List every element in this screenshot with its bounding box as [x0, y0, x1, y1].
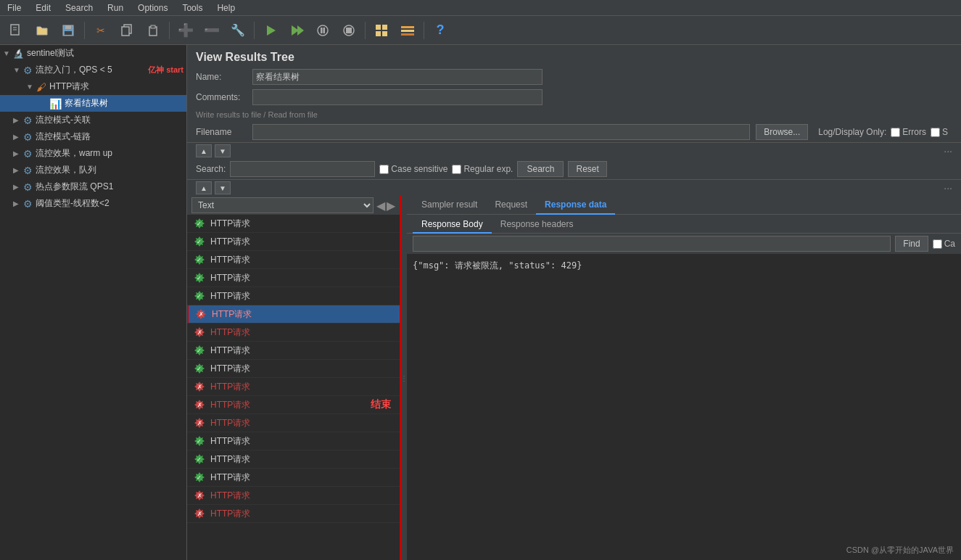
sidebar-item-flow1[interactable]: ▼ ⚙ 流控入门，QPS < 5 亿神 start: [0, 62, 186, 78]
sidebar-item-flow7[interactable]: ▶ ⚙ 阈值类型-线程数<2: [0, 195, 186, 212]
vertical-divider[interactable]: ⋮: [401, 196, 407, 560]
list-item[interactable]: ✗ HTTP请求: [187, 487, 400, 505]
menu-run[interactable]: Run: [104, 1, 126, 15]
gear-icon-7: ⚙: [23, 198, 33, 210]
search-input[interactable]: [230, 161, 375, 177]
gear-icon-2: ⚙: [23, 115, 33, 126]
sidebar-item-flow6[interactable]: ▶ ⚙ 热点参数限流 QPS1: [0, 178, 186, 195]
sidebar-item-flow5[interactable]: ▶ ⚙ 流控效果，队列: [0, 162, 186, 178]
open-button[interactable]: [30, 19, 54, 42]
sidebar-item-flow3[interactable]: ▶ ⚙ 流控模式-链路: [0, 128, 186, 145]
find-input[interactable]: [413, 236, 891, 252]
svg-text:✗: ✗: [199, 311, 204, 318]
svg-text:✓: ✓: [197, 257, 202, 263]
sub-tab-response-headers[interactable]: Response headers: [492, 216, 582, 234]
format-dropdown[interactable]: Text XML JSON HTML: [191, 197, 374, 213]
sidebar-item-result-tree[interactable]: ▶ 📊 察看结果树: [0, 95, 186, 112]
play-with-arrow-button[interactable]: [285, 19, 308, 42]
list-item[interactable]: ✓ HTTP请求: [187, 251, 400, 269]
comments-input[interactable]: [252, 89, 543, 105]
play-button[interactable]: [259, 19, 282, 42]
remove-button[interactable]: ➖: [200, 19, 223, 42]
menu-file[interactable]: File: [4, 1, 24, 15]
paste-button[interactable]: [141, 19, 165, 42]
list-panel: Text XML JSON HTML ◀ ▶ ✓: [187, 196, 401, 560]
add-button[interactable]: ➕: [174, 19, 197, 42]
list-item[interactable]: ✓ HTTP请求: [187, 287, 400, 305]
list-item[interactable]: ✓ HTTP请求: [187, 215, 400, 233]
down-btn[interactable]: ▼: [215, 144, 231, 157]
errors-checkbox[interactable]: [891, 128, 900, 137]
main-area: ▼ 🔬 sentinel测试 ▼ ⚙ 流控入门，QPS < 5 亿神 start…: [0, 45, 961, 560]
name-input[interactable]: [252, 69, 543, 85]
case-sensitive-checkbox[interactable]: [379, 165, 389, 174]
list-item[interactable]: ✓ HTTP请求: [187, 269, 400, 287]
errors-checkbox-label: Errors: [891, 127, 926, 137]
reset-button[interactable]: Reset: [568, 161, 606, 177]
status-ok-icon: ✓: [193, 471, 206, 484]
list-item[interactable]: ✗ HTTP请求: [187, 414, 400, 432]
find-button[interactable]: Find: [895, 236, 928, 252]
browse-button[interactable]: Browse...: [756, 124, 808, 140]
down-btn-2[interactable]: ▼: [215, 181, 231, 194]
separator-5: [424, 22, 424, 39]
write-results-section: Write results to file / Read from file: [187, 107, 961, 122]
response-content: {"msg": 请求被限流, "status": 429}: [407, 254, 961, 560]
http-request-list: ✓ HTTP请求 ✓ HTTP请求 ✓ HTTP请求: [187, 215, 400, 560]
tab-response-data[interactable]: Response data: [536, 196, 615, 215]
up-btn-2[interactable]: ▲: [196, 181, 212, 194]
settings-button[interactable]: [396, 19, 419, 42]
sub-tab-response-body[interactable]: Response Body: [413, 216, 492, 234]
pause-button[interactable]: [311, 19, 334, 42]
status-ok-icon: ✓: [193, 217, 206, 230]
save-button[interactable]: [57, 19, 80, 42]
more-options-2[interactable]: ···: [944, 182, 952, 194]
menu-options[interactable]: Options: [135, 1, 170, 15]
gear-icon-3: ⚙: [23, 131, 33, 143]
svg-rect-17: [346, 28, 352, 33]
sidebar-item-flow4[interactable]: ▶ ⚙ 流控效果，warm up: [0, 145, 186, 162]
status-ok-icon: ✓: [193, 344, 206, 357]
search-button[interactable]: Search: [517, 161, 564, 177]
list-item-selected[interactable]: ✗ HTTP请求: [187, 305, 400, 324]
wrench-button[interactable]: 🔧: [226, 19, 249, 42]
svg-rect-23: [401, 30, 414, 32]
sidebar-item-root[interactable]: ▼ 🔬 sentinel测试: [0, 45, 186, 62]
list-item[interactable]: ✗ HTTP请求: [187, 324, 400, 342]
menu-edit[interactable]: Edit: [33, 1, 54, 15]
list-item[interactable]: ✓ HTTP请求: [187, 469, 400, 487]
list-item[interactable]: ✓ HTTP请求: [187, 233, 400, 251]
copy-button[interactable]: [115, 19, 139, 42]
cut-button[interactable]: ✂: [89, 19, 112, 42]
list-item[interactable]: ✓ HTTP请求: [187, 450, 400, 469]
svg-text:✓: ✓: [197, 456, 202, 463]
list-item[interactable]: ✗ HTTP请求: [187, 378, 400, 396]
regular-exp-checkbox[interactable]: [452, 165, 461, 174]
stop-button[interactable]: [337, 19, 360, 42]
menu-tools[interactable]: Tools: [179, 1, 205, 15]
filename-input[interactable]: [252, 124, 750, 140]
svg-rect-20: [376, 31, 381, 36]
tab-request[interactable]: Request: [486, 196, 536, 215]
list-item[interactable]: ✓ HTTP请求: [187, 342, 400, 360]
list-item[interactable]: ✗ HTTP请求: [187, 505, 400, 523]
list-item[interactable]: ✗ HTTP请求: [187, 396, 400, 414]
sidebar-item-flow2[interactable]: ▶ ⚙ 流控模式-关联: [0, 112, 186, 128]
list-item[interactable]: ✓ HTTP请求: [187, 432, 400, 450]
ca-checkbox[interactable]: [933, 239, 942, 249]
sidebar-item-http1[interactable]: ▼ 🖌 HTTP请求: [0, 78, 186, 95]
menu-search[interactable]: Search: [62, 1, 96, 15]
upload-button[interactable]: [370, 19, 393, 42]
svg-text:✗: ✗: [197, 511, 202, 517]
success-checkbox[interactable]: [931, 128, 940, 137]
list-item[interactable]: ✓ HTTP请求: [187, 360, 400, 378]
up-btn[interactable]: ▲: [196, 144, 212, 157]
search-label: Search:: [196, 164, 226, 174]
menu-help[interactable]: Help: [214, 1, 238, 15]
new-button[interactable]: [4, 19, 28, 42]
more-options-1[interactable]: ···: [944, 145, 952, 157]
tab-sampler-result[interactable]: Sampler result: [413, 196, 486, 215]
content-area: Text XML JSON HTML ◀ ▶ ✓: [187, 196, 961, 560]
help-button[interactable]: ?: [429, 19, 452, 42]
separator-2: [169, 22, 170, 39]
